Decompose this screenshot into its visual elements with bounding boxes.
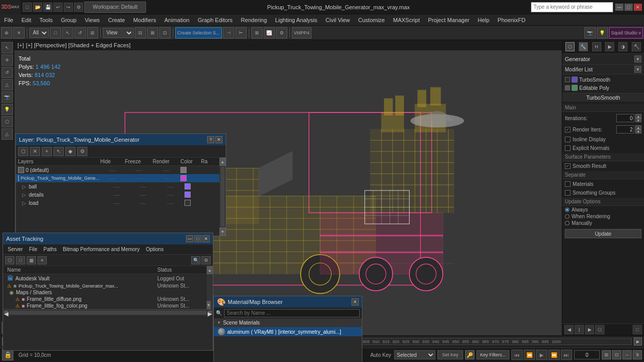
- layers-delete-btn[interactable]: ✕: [30, 147, 40, 156]
- tb-layer-btn[interactable]: ⊞: [251, 27, 263, 39]
- lt-rotate-btn[interactable]: ↺: [2, 67, 13, 78]
- rp-bottom-icon-3[interactable]: ▶: [585, 325, 594, 334]
- lt-obj-btn[interactable]: ⬡: [2, 116, 13, 127]
- menu-lighting[interactable]: Lighting Analysis: [271, 16, 321, 24]
- mini-view-btn-2[interactable]: ⊡: [612, 350, 621, 359]
- layer-row-ball[interactable]: ▷ ball ---- ---- ----: [16, 182, 226, 190]
- asset-row-vault[interactable]: 🏛 Autodesk Vault Logged Out: [3, 274, 213, 282]
- menu-civil[interactable]: Civil View: [321, 16, 354, 24]
- asset-scroll-down[interactable]: ▼: [207, 301, 211, 309]
- rp-bottom-icon-2[interactable]: |: [575, 325, 584, 334]
- tb-vmpp-btn[interactable]: VMPP4: [292, 27, 312, 39]
- render-iters-checkbox[interactable]: [565, 127, 571, 132]
- scroll-up-btn[interactable]: ▲: [219, 158, 226, 166]
- save-btn[interactable]: 💾: [43, 3, 52, 12]
- tb-graph-btn[interactable]: 📈: [264, 27, 275, 39]
- material-panel-titlebar[interactable]: 🎨 Material/Map Browser ✕: [214, 296, 362, 308]
- asset-hscroll-thumb[interactable]: [9, 311, 207, 315]
- settings-btn[interactable]: ⚙: [74, 3, 83, 12]
- menu-maxscript[interactable]: MAXScript: [389, 16, 424, 24]
- scroll-down-btn[interactable]: ▼: [219, 227, 226, 236]
- materials-checkbox[interactable]: [565, 181, 571, 187]
- anim-btn-end[interactable]: ⏭: [561, 350, 572, 360]
- tb-filter-select[interactable]: All: [29, 28, 49, 38]
- autokey-select[interactable]: Selected: [394, 350, 435, 359]
- asset-row-frame-diffuse[interactable]: ⚠ ■ Frame_little_diffuse.png Unknown St.…: [3, 296, 213, 302]
- modifier-turbosmooth[interactable]: TurboSmooth: [562, 75, 644, 84]
- asset-scroll-up[interactable]: ▲: [207, 266, 213, 274]
- asset-tb-options[interactable]: ⚙: [201, 256, 211, 264]
- anim-btn-start[interactable]: ⏮: [511, 350, 523, 360]
- editable-poly-checkbox[interactable]: [565, 85, 570, 90]
- rp-bottom-icon-5[interactable]: □: [633, 325, 642, 334]
- asset-row-frame-fog[interactable]: ⚠ ■ Frame_little_fog_color.png Unknown S…: [3, 302, 213, 309]
- anim-btn-play[interactable]: ▶: [536, 350, 547, 360]
- explicit-normals-checkbox[interactable]: [565, 145, 571, 151]
- open-btn[interactable]: 📂: [33, 3, 42, 12]
- asset-tb-2[interactable]: □: [16, 256, 25, 264]
- close-btn[interactable]: ✕: [634, 4, 642, 11]
- frame-input[interactable]: [574, 350, 600, 359]
- lt-move-btn[interactable]: ✛: [2, 54, 13, 66]
- rp-tab-display[interactable]: ◑: [618, 42, 628, 51]
- layers-settings-btn[interactable]: ⚙: [77, 147, 87, 156]
- layer-row-0[interactable]: 0 (default) ---- ---- ----: [16, 166, 226, 174]
- asset-panel-titlebar[interactable]: Asset Tracking — □ ✕: [3, 233, 213, 244]
- mini-view-btn-3[interactable]: ↔: [622, 350, 632, 359]
- iterations-down[interactable]: ▼: [635, 118, 641, 122]
- asset-menu-bitmap[interactable]: Bitmap Performance and Memory: [60, 246, 142, 253]
- tb-snap-btn[interactable]: ⊟: [135, 27, 146, 39]
- isoline-checkbox[interactable]: [565, 137, 571, 142]
- set-key-btn[interactable]: Set Key: [437, 350, 463, 359]
- layer-row-details[interactable]: ▷ details ---- ---- ----: [16, 190, 226, 199]
- undo-btn[interactable]: ↩: [53, 3, 63, 12]
- mini-view-btn-1[interactable]: ⊞: [602, 350, 611, 359]
- lt-camera-btn[interactable]: 📷: [2, 91, 13, 103]
- layer-row-load[interactable]: ▷ load ---- ---- ----: [16, 199, 226, 207]
- asset-tb-1[interactable]: ⬡: [5, 256, 14, 264]
- rp-tab-modify[interactable]: 🔧: [579, 42, 588, 51]
- viewport-plus-btn[interactable]: [+]: [17, 42, 24, 48]
- menu-file[interactable]: File: [0, 16, 17, 24]
- tb-light-btn[interactable]: 💡: [597, 27, 608, 39]
- manually-radio[interactable]: [565, 221, 569, 225]
- lock-icon-btn[interactable]: 🔒: [2, 349, 13, 360]
- layer-details-color[interactable]: [185, 192, 205, 198]
- key-icon[interactable]: 🔑: [465, 350, 474, 359]
- tb-snap2-btn[interactable]: ⊠: [147, 27, 158, 39]
- tb-scale-btn[interactable]: ⊞: [87, 27, 98, 39]
- asset-close-btn[interactable]: ✕: [203, 235, 210, 242]
- scene-materials-header[interactable]: ▼ Scene Materials: [214, 319, 362, 327]
- material-close-btn[interactable]: ✕: [352, 298, 359, 306]
- asset-row-maps[interactable]: ◉ Maps / Shaders: [3, 289, 213, 296]
- layer-row-pickup[interactable]: Pickup_Truck_Towing_Mobile_Gene... ✓ ---…: [16, 174, 226, 182]
- layers-scrollbar[interactable]: ▲ ▼: [219, 158, 226, 236]
- asset-maximize-btn[interactable]: □: [194, 235, 201, 242]
- layers-help-btn[interactable]: ?: [207, 136, 214, 143]
- tb-camera-btn[interactable]: 📷: [584, 27, 596, 39]
- lt-select-btn[interactable]: ↖: [2, 42, 13, 53]
- tb-select-btn[interactable]: ⊕: [1, 27, 12, 39]
- rp-tab-create[interactable]: ⬡: [565, 42, 575, 51]
- layers-add-btn[interactable]: +: [42, 147, 52, 156]
- minimize-btn[interactable]: —: [615, 4, 623, 11]
- asset-tb-4[interactable]: ≡: [38, 256, 47, 264]
- tb-snap3-btn[interactable]: ⊡: [159, 27, 171, 39]
- smooth-result-checkbox[interactable]: [565, 163, 571, 169]
- redo-btn[interactable]: ↪: [64, 3, 73, 12]
- tb-select-all-btn[interactable]: □: [50, 27, 61, 39]
- rp-tab-hierarchy[interactable]: H: [592, 42, 601, 51]
- anim-btn-prev[interactable]: ⏪: [524, 350, 535, 360]
- menu-project[interactable]: Project Manager: [424, 16, 474, 24]
- menu-graph-editors[interactable]: Graph Editors: [194, 16, 237, 24]
- layers-new-btn[interactable]: ⬡: [18, 147, 28, 156]
- new-btn[interactable]: □: [23, 3, 32, 12]
- lt-light-btn[interactable]: 💡: [2, 104, 13, 115]
- material-item-aluminum[interactable]: aluminum ( VRayMtl ) [interior_symmetry_…: [214, 327, 362, 336]
- update-btn[interactable]: Update: [565, 229, 641, 238]
- asset-row-pickup-file[interactable]: ⚠ ■ Pickup_Truck_Towing_Mobile_Generator…: [3, 282, 213, 289]
- turbosmooth-checkbox[interactable]: [565, 77, 570, 82]
- rp-tab-utilities[interactable]: 🔨: [632, 42, 641, 51]
- tb-mirror-btn[interactable]: ⊣: [223, 27, 234, 39]
- asset-hscroll-right[interactable]: ▶: [208, 311, 212, 315]
